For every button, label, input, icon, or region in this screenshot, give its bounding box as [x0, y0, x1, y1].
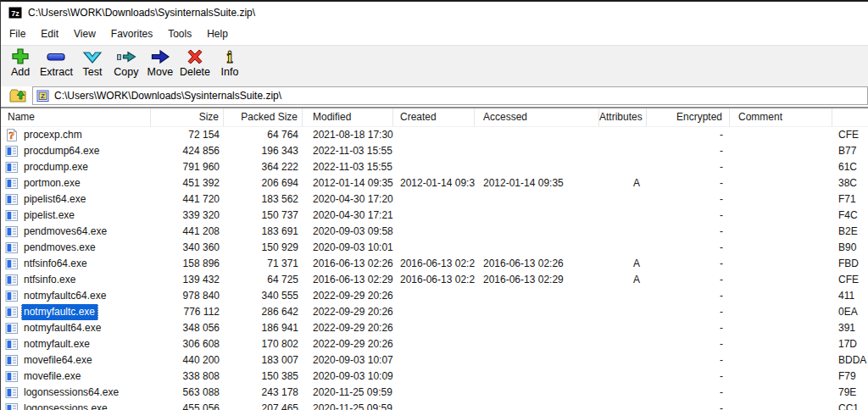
- column-header-size[interactable]: Size: [151, 108, 224, 126]
- cell-attributes: A: [599, 272, 647, 288]
- cell-comment: [730, 385, 832, 401]
- exe-file-icon: [5, 193, 19, 206]
- cell-attributes: [599, 159, 647, 175]
- cell-attributes: [599, 127, 647, 143]
- file-name: notmyfault64.exe: [22, 320, 103, 336]
- cell-crc: CFE: [832, 127, 868, 143]
- file-name: logonsessions.exe: [22, 401, 110, 410]
- file-row[interactable]: procdump.exe791 960364 2222022-11-03 15:…: [1, 159, 868, 175]
- exe-file-icon: [5, 209, 19, 222]
- menu-view[interactable]: View: [66, 24, 103, 45]
- column-header-packed[interactable]: Packed Size: [224, 108, 303, 126]
- cell-size: 776 112: [151, 304, 224, 320]
- column-header-accessed[interactable]: Accessed: [475, 108, 599, 126]
- cell-accessed: [475, 240, 599, 256]
- column-header-created[interactable]: Created: [393, 108, 475, 126]
- file-name: portmon.exe: [22, 175, 83, 191]
- cell-created: 2012-01-14 09:35: [393, 175, 475, 191]
- menu-bar: FileEditViewFavoritesToolsHelp: [1, 24, 868, 45]
- menu-tools[interactable]: Tools: [160, 24, 199, 45]
- cell-packed: 340 555: [224, 288, 303, 304]
- file-row[interactable]: notmyfault64.exe348 056186 9412022-09-29…: [1, 320, 868, 336]
- copy-button[interactable]: Copy: [109, 46, 143, 86]
- file-row[interactable]: ntfsinfo64.exe158 89671 3712016-06-13 02…: [1, 256, 868, 272]
- cell-encrypted: -: [647, 256, 730, 272]
- extract-button[interactable]: Extract: [37, 46, 75, 86]
- menu-help[interactable]: Help: [199, 24, 236, 45]
- menu-file[interactable]: File: [2, 24, 33, 45]
- cell-name: logonsessions64.exe: [1, 385, 151, 401]
- cell-comment: [730, 224, 832, 240]
- menu-edit[interactable]: Edit: [33, 24, 66, 45]
- cell-crc: CFE: [832, 272, 868, 288]
- file-name: notmyfaultc64.exe: [22, 288, 108, 304]
- file-row[interactable]: pendmoves.exe340 360150 9292020-09-03 10…: [1, 240, 868, 256]
- cell-accessed: [475, 320, 599, 336]
- cell-encrypted: -: [647, 288, 730, 304]
- cell-modified: 2020-09-03 10:09: [303, 368, 393, 385]
- cell-created: [393, 368, 475, 385]
- column-header-name[interactable]: Name: [1, 108, 151, 126]
- cell-accessed: 2016-06-13 02:26: [475, 256, 599, 272]
- file-row[interactable]: movefile64.exe440 200183 0072020-09-03 1…: [1, 352, 868, 368]
- file-row[interactable]: logonsessions64.exe563 088243 1782020-11…: [1, 385, 868, 401]
- info-icon: i: [219, 48, 241, 65]
- add-button[interactable]: Add: [3, 46, 37, 86]
- test-button[interactable]: Test: [75, 46, 109, 86]
- cell-name: notmyfaultc.exe: [1, 304, 151, 320]
- info-button[interactable]: iInfo: [213, 46, 247, 86]
- cell-encrypted: -: [647, 272, 730, 288]
- file-row[interactable]: movefile.exe338 808150 3852020-09-03 10:…: [1, 368, 868, 385]
- cell-size: 158 896: [151, 256, 224, 272]
- cell-accessed: [475, 385, 599, 401]
- toolbar: AddExtractTestCopyMoveDeleteiInfo: [1, 45, 868, 86]
- cell-created: [393, 385, 475, 401]
- column-header-attributes[interactable]: Attributes: [599, 108, 647, 126]
- cell-size: 340 360: [151, 240, 224, 256]
- file-name: ntfsinfo64.exe: [22, 256, 90, 272]
- 7zip-window: 7z C:\Users\WORK\Downloads\SysinternalsS…: [0, 0, 868, 410]
- file-row[interactable]: ?procexp.chm72 15464 7642021-08-18 17:30…: [1, 127, 868, 143]
- file-row[interactable]: pendmoves64.exe441 208183 6912020-09-03 …: [1, 224, 868, 240]
- cell-size: 424 856: [151, 143, 224, 159]
- cell-created: [393, 320, 475, 336]
- file-row[interactable]: notmyfaultc64.exe978 840340 5552022-09-2…: [1, 288, 868, 304]
- zip-file-icon: Z: [36, 90, 50, 102]
- cell-size: 455 056: [151, 401, 224, 410]
- chm-file-icon: ?: [5, 129, 19, 141]
- cell-name: notmyfaultc64.exe: [1, 288, 151, 304]
- cell-created: [393, 127, 475, 143]
- cell-crc: 38C: [832, 175, 868, 191]
- cell-comment: [730, 208, 832, 224]
- column-header-crc[interactable]: [832, 108, 868, 126]
- cell-attributes: [599, 304, 647, 320]
- cell-modified: 2016-06-13 02:26: [303, 256, 393, 272]
- column-header-encrypted[interactable]: Encrypted: [647, 108, 730, 126]
- cell-name: notmyfault.exe: [1, 336, 151, 352]
- cell-comment: [730, 127, 832, 143]
- cell-modified: 2021-08-18 17:30: [303, 127, 393, 143]
- exe-file-icon: [5, 225, 19, 238]
- cell-crc: B2E: [832, 224, 868, 240]
- cell-accessed: [475, 191, 599, 208]
- file-row[interactable]: portmon.exe451 392206 6942012-01-14 09:3…: [1, 175, 868, 191]
- file-row[interactable]: ntfsinfo.exe139 43264 7252016-06-13 02:2…: [1, 272, 868, 288]
- file-row[interactable]: pipelist64.exe441 720183 5622020-04-30 1…: [1, 191, 868, 208]
- cell-name: movefile.exe: [1, 368, 151, 385]
- cell-attributes: [599, 288, 647, 304]
- file-row[interactable]: notmyfault.exe306 608170 8022022-09-29 2…: [1, 336, 868, 352]
- delete-button[interactable]: Delete: [177, 46, 213, 86]
- cell-size: 139 432: [151, 272, 224, 288]
- move-button[interactable]: Move: [143, 46, 177, 86]
- file-row[interactable]: pipelist.exe339 320150 7372020-04-30 17:…: [1, 208, 868, 224]
- cell-name: procdump64.exe: [1, 143, 151, 159]
- up-folder-button[interactable]: [6, 86, 30, 105]
- column-header-comment[interactable]: Comment: [730, 108, 832, 126]
- file-row[interactable]: logonsessions.exe455 056207 4652020-11-2…: [1, 401, 868, 410]
- menu-favorites[interactable]: Favorites: [103, 24, 160, 45]
- file-row[interactable]: notmyfaultc.exe776 112286 6422022-09-29 …: [1, 304, 868, 320]
- column-header-modified[interactable]: Modified: [303, 108, 393, 126]
- address-input[interactable]: Z C:\Users\WORK\Downloads\SysinternalsSu…: [32, 86, 868, 105]
- file-row[interactable]: procdump64.exe424 856196 3432022-11-03 1…: [1, 143, 868, 159]
- toolbar-label: Extract: [40, 66, 73, 78]
